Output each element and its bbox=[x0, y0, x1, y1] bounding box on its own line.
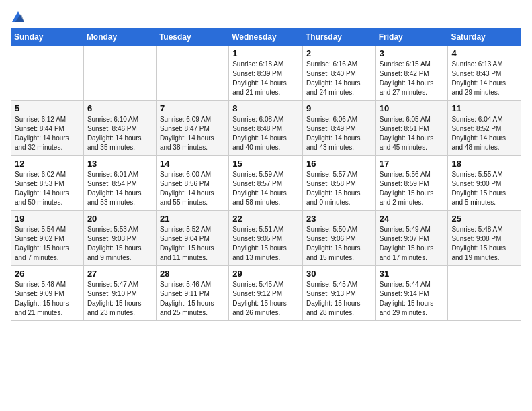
day-info: Sunrise: 5:59 AM Sunset: 8:57 PM Dayligh… bbox=[232, 170, 299, 208]
day-info: Sunrise: 6:04 AM Sunset: 8:52 PM Dayligh… bbox=[451, 115, 517, 152]
day-number: 22 bbox=[232, 214, 299, 224]
calendar-cell bbox=[11, 46, 84, 101]
day-info: Sunrise: 5:54 AM Sunset: 9:02 PM Dayligh… bbox=[15, 225, 80, 263]
day-number: 26 bbox=[15, 269, 80, 279]
day-info: Sunrise: 5:45 AM Sunset: 9:12 PM Dayligh… bbox=[232, 280, 299, 318]
calendar-cell: 26Sunrise: 5:48 AM Sunset: 9:09 PM Dayli… bbox=[11, 266, 84, 321]
day-info: Sunrise: 5:51 AM Sunset: 9:05 PM Dayligh… bbox=[232, 225, 299, 263]
day-number: 28 bbox=[160, 269, 225, 279]
day-info: Sunrise: 6:02 AM Sunset: 8:53 PM Dayligh… bbox=[15, 170, 80, 208]
day-info: Sunrise: 6:08 AM Sunset: 8:48 PM Dayligh… bbox=[232, 115, 299, 152]
calendar-cell: 28Sunrise: 5:46 AM Sunset: 9:11 PM Dayli… bbox=[156, 266, 228, 321]
calendar-cell: 19Sunrise: 5:54 AM Sunset: 9:02 PM Dayli… bbox=[11, 211, 84, 266]
calendar-header-row: SundayMondayTuesdayWednesdayThursdayFrid… bbox=[11, 29, 521, 46]
calendar-cell: 15Sunrise: 5:59 AM Sunset: 8:57 PM Dayli… bbox=[229, 156, 303, 211]
calendar-cell: 14Sunrise: 6:00 AM Sunset: 8:56 PM Dayli… bbox=[156, 156, 228, 211]
column-header-thursday: Thursday bbox=[302, 29, 375, 46]
column-header-tuesday: Tuesday bbox=[156, 29, 228, 46]
day-info: Sunrise: 6:05 AM Sunset: 8:51 PM Dayligh… bbox=[380, 115, 445, 152]
calendar-week-row: 1Sunrise: 6:18 AM Sunset: 8:39 PM Daylig… bbox=[11, 46, 521, 101]
calendar-cell: 1Sunrise: 6:18 AM Sunset: 8:39 PM Daylig… bbox=[229, 46, 303, 101]
calendar-cell: 27Sunrise: 5:47 AM Sunset: 9:10 PM Dayli… bbox=[83, 266, 156, 321]
day-info: Sunrise: 5:44 AM Sunset: 9:14 PM Dayligh… bbox=[380, 280, 445, 318]
calendar-cell: 11Sunrise: 6:04 AM Sunset: 8:52 PM Dayli… bbox=[448, 101, 521, 156]
day-info: Sunrise: 5:48 AM Sunset: 9:09 PM Dayligh… bbox=[15, 280, 80, 318]
calendar-cell: 3Sunrise: 6:15 AM Sunset: 8:42 PM Daylig… bbox=[375, 46, 448, 101]
day-number: 20 bbox=[87, 214, 152, 224]
day-number: 1 bbox=[232, 48, 299, 58]
calendar-cell: 25Sunrise: 5:48 AM Sunset: 9:08 PM Dayli… bbox=[448, 211, 521, 266]
calendar-cell: 17Sunrise: 5:56 AM Sunset: 8:59 PM Dayli… bbox=[375, 156, 448, 211]
calendar-cell: 20Sunrise: 5:53 AM Sunset: 9:03 PM Dayli… bbox=[83, 211, 156, 266]
calendar-cell: 21Sunrise: 5:52 AM Sunset: 9:04 PM Dayli… bbox=[156, 211, 228, 266]
day-info: Sunrise: 5:55 AM Sunset: 9:00 PM Dayligh… bbox=[451, 170, 517, 208]
day-info: Sunrise: 6:06 AM Sunset: 8:49 PM Dayligh… bbox=[306, 115, 372, 152]
calendar-cell: 4Sunrise: 6:13 AM Sunset: 8:43 PM Daylig… bbox=[448, 46, 521, 101]
day-info: Sunrise: 5:45 AM Sunset: 9:13 PM Dayligh… bbox=[306, 280, 372, 318]
logo bbox=[11, 11, 24, 23]
day-number: 12 bbox=[15, 158, 80, 169]
day-number: 29 bbox=[232, 269, 299, 279]
day-number: 24 bbox=[380, 214, 445, 224]
calendar-cell: 8Sunrise: 6:08 AM Sunset: 8:48 PM Daylig… bbox=[229, 101, 303, 156]
calendar-cell: 6Sunrise: 6:10 AM Sunset: 8:46 PM Daylig… bbox=[83, 101, 156, 156]
calendar-cell: 31Sunrise: 5:44 AM Sunset: 9:14 PM Dayli… bbox=[375, 266, 448, 321]
calendar-cell: 5Sunrise: 6:12 AM Sunset: 8:44 PM Daylig… bbox=[11, 101, 84, 156]
column-header-wednesday: Wednesday bbox=[229, 29, 303, 46]
calendar-cell: 13Sunrise: 6:01 AM Sunset: 8:54 PM Dayli… bbox=[83, 156, 156, 211]
day-info: Sunrise: 5:49 AM Sunset: 9:07 PM Dayligh… bbox=[380, 225, 445, 263]
day-info: Sunrise: 5:50 AM Sunset: 9:06 PM Dayligh… bbox=[306, 225, 372, 263]
calendar-cell: 9Sunrise: 6:06 AM Sunset: 8:49 PM Daylig… bbox=[302, 101, 375, 156]
day-number: 21 bbox=[160, 214, 225, 224]
page-header bbox=[11, 11, 521, 23]
day-info: Sunrise: 5:47 AM Sunset: 9:10 PM Dayligh… bbox=[87, 280, 152, 318]
day-number: 7 bbox=[160, 103, 225, 113]
day-number: 2 bbox=[306, 48, 372, 58]
day-number: 14 bbox=[160, 158, 225, 169]
day-number: 18 bbox=[451, 158, 517, 169]
calendar-cell: 29Sunrise: 5:45 AM Sunset: 9:12 PM Dayli… bbox=[229, 266, 303, 321]
day-info: Sunrise: 6:01 AM Sunset: 8:54 PM Dayligh… bbox=[87, 170, 152, 208]
calendar-cell: 12Sunrise: 6:02 AM Sunset: 8:53 PM Dayli… bbox=[11, 156, 84, 211]
day-number: 3 bbox=[380, 48, 445, 58]
day-info: Sunrise: 6:18 AM Sunset: 8:39 PM Dayligh… bbox=[232, 60, 299, 97]
calendar-cell: 7Sunrise: 6:09 AM Sunset: 8:47 PM Daylig… bbox=[156, 101, 228, 156]
calendar-week-row: 19Sunrise: 5:54 AM Sunset: 9:02 PM Dayli… bbox=[11, 211, 521, 266]
day-info: Sunrise: 5:52 AM Sunset: 9:04 PM Dayligh… bbox=[160, 225, 225, 263]
day-number: 25 bbox=[451, 214, 517, 224]
column-header-sunday: Sunday bbox=[11, 29, 84, 46]
column-header-friday: Friday bbox=[375, 29, 448, 46]
day-info: Sunrise: 5:46 AM Sunset: 9:11 PM Dayligh… bbox=[160, 280, 225, 318]
day-info: Sunrise: 5:48 AM Sunset: 9:08 PM Dayligh… bbox=[451, 225, 517, 263]
day-info: Sunrise: 6:16 AM Sunset: 8:40 PM Dayligh… bbox=[306, 60, 372, 97]
calendar-cell: 23Sunrise: 5:50 AM Sunset: 9:06 PM Dayli… bbox=[302, 211, 375, 266]
day-number: 8 bbox=[232, 103, 299, 113]
day-info: Sunrise: 6:09 AM Sunset: 8:47 PM Dayligh… bbox=[160, 115, 225, 152]
day-number: 6 bbox=[87, 103, 152, 113]
logo-icon bbox=[12, 11, 24, 23]
calendar-cell: 18Sunrise: 5:55 AM Sunset: 9:00 PM Dayli… bbox=[448, 156, 521, 211]
calendar-cell: 24Sunrise: 5:49 AM Sunset: 9:07 PM Dayli… bbox=[375, 211, 448, 266]
calendar-table: SundayMondayTuesdayWednesdayThursdayFrid… bbox=[11, 28, 521, 321]
day-number: 9 bbox=[306, 103, 372, 113]
day-info: Sunrise: 6:00 AM Sunset: 8:56 PM Dayligh… bbox=[160, 170, 225, 208]
calendar-cell bbox=[448, 266, 521, 321]
day-number: 23 bbox=[306, 214, 372, 224]
day-number: 17 bbox=[380, 158, 445, 169]
day-number: 16 bbox=[306, 158, 372, 169]
day-info: Sunrise: 5:56 AM Sunset: 8:59 PM Dayligh… bbox=[380, 170, 445, 208]
day-number: 5 bbox=[15, 103, 80, 113]
column-header-monday: Monday bbox=[83, 29, 156, 46]
day-number: 10 bbox=[380, 103, 445, 113]
calendar-week-row: 5Sunrise: 6:12 AM Sunset: 8:44 PM Daylig… bbox=[11, 101, 521, 156]
day-number: 11 bbox=[451, 103, 517, 113]
day-info: Sunrise: 5:57 AM Sunset: 8:58 PM Dayligh… bbox=[306, 170, 372, 208]
day-number: 27 bbox=[87, 269, 152, 279]
day-info: Sunrise: 6:13 AM Sunset: 8:43 PM Dayligh… bbox=[451, 60, 517, 97]
day-info: Sunrise: 6:12 AM Sunset: 8:44 PM Dayligh… bbox=[15, 115, 80, 152]
day-number: 13 bbox=[87, 158, 152, 169]
calendar-cell: 30Sunrise: 5:45 AM Sunset: 9:13 PM Dayli… bbox=[302, 266, 375, 321]
calendar-cell: 10Sunrise: 6:05 AM Sunset: 8:51 PM Dayli… bbox=[375, 101, 448, 156]
day-number: 4 bbox=[451, 48, 517, 58]
calendar-cell bbox=[83, 46, 156, 101]
